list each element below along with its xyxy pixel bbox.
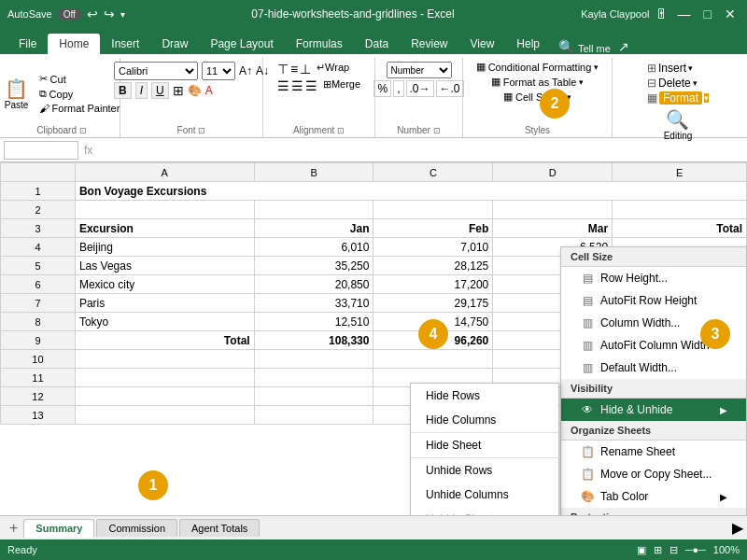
tab-data[interactable]: Data [354, 34, 400, 54]
tab-insert[interactable]: Insert [100, 34, 150, 54]
tell-me-input[interactable]: Tell me [578, 43, 611, 54]
border-button[interactable]: ⊞ [173, 83, 184, 98]
dropdown-arrow[interactable]: ▾ [120, 9, 125, 20]
tab-formulas[interactable]: Formulas [285, 34, 354, 54]
unhide-columns-item[interactable]: Unhide Columns [411, 483, 558, 507]
minimize-btn[interactable]: — [674, 7, 695, 21]
undo-icon[interactable]: ↩ [87, 7, 98, 21]
ribbon-icon[interactable]: 🎚 [655, 7, 669, 21]
hide-unhide-item[interactable]: 👁 Hide & Unhide ▶ [561, 399, 746, 421]
cell-a10[interactable] [75, 350, 254, 369]
cell-b13[interactable] [254, 406, 374, 425]
cell-b10[interactable] [254, 350, 374, 369]
decrease-decimal-button[interactable]: ←.0 [436, 80, 464, 97]
tab-review[interactable]: Review [400, 34, 458, 54]
copy-button[interactable]: ⧉ Copy [35, 87, 124, 101]
cell-c4[interactable]: 7,010 [374, 238, 493, 257]
formula-input[interactable] [98, 144, 743, 157]
align-right-button[interactable]: ☰ [305, 78, 317, 93]
insert-dropdown-arrow[interactable]: ▾ [688, 63, 693, 73]
cell-c5[interactable]: 28,125 [374, 257, 493, 275]
align-left-button[interactable]: ☰ [277, 78, 289, 93]
close-btn[interactable]: ✕ [721, 7, 740, 21]
search-icon[interactable]: 🔍 [558, 39, 574, 54]
move-copy-sheet-item[interactable]: 📋 Move or Copy Sheet... [561, 463, 746, 485]
clipboard-expand[interactable]: ⊡ [79, 126, 87, 135]
font-size-select[interactable]: 11 [202, 62, 235, 80]
cell-a1[interactable]: Bon Voyage Excursions [75, 182, 746, 201]
cell-a8[interactable]: Tokyo [75, 313, 254, 331]
view-page-layout-icon[interactable]: ⊞ [654, 544, 662, 556]
cell-e3[interactable]: Total [613, 219, 747, 238]
cell-a7[interactable]: Paris [75, 294, 254, 313]
tab-view[interactable]: View [459, 34, 506, 54]
cell-a12[interactable] [75, 387, 254, 406]
delete-button[interactable]: Delete [658, 77, 691, 90]
cell-a3[interactable]: Excursion [75, 219, 254, 238]
cut-button[interactable]: ✂ Cut [35, 72, 124, 86]
paste-button[interactable]: 📋 Paste [0, 76, 34, 112]
font-expand[interactable]: ⊡ [198, 126, 205, 135]
cell-a13[interactable] [75, 406, 254, 425]
cell-c7[interactable]: 29,175 [374, 294, 493, 313]
cell-b2[interactable] [254, 201, 374, 219]
tab-agent-totals[interactable]: Agent Totals [179, 519, 260, 537]
col-header-c[interactable]: C [374, 163, 493, 182]
fill-color-button[interactable]: 🎨 [188, 84, 202, 97]
bold-button[interactable]: B [114, 82, 132, 99]
cell-e2[interactable] [613, 201, 747, 219]
col-header-e[interactable]: E [613, 163, 747, 182]
cell-c2[interactable] [374, 201, 493, 219]
autosave-toggle[interactable]: Off [58, 8, 81, 21]
alignment-expand[interactable]: ⊡ [337, 126, 345, 135]
tab-draw[interactable]: Draw [150, 34, 199, 54]
font-color-button[interactable]: A [205, 84, 213, 97]
font-size-increase[interactable]: A↑ [239, 64, 252, 77]
cell-a9[interactable]: Total [75, 331, 254, 350]
cell-a6[interactable]: Mexico city [75, 275, 254, 294]
format-as-table-button[interactable]: ▦ Format as Table ▾ [487, 75, 588, 89]
percent-button[interactable]: % [374, 80, 391, 97]
cell-b9[interactable]: 108,330 [254, 331, 374, 350]
italic-button[interactable]: I [135, 82, 148, 99]
row-height-item[interactable]: ▤ Row Height... [561, 267, 746, 289]
col-header-a[interactable]: A [75, 163, 254, 182]
hide-rows-item[interactable]: Hide Rows [411, 384, 558, 408]
hide-columns-item[interactable]: Hide Columns [411, 408, 558, 432]
cell-a5[interactable]: Las Vegas [75, 257, 254, 275]
cell-c3[interactable]: Feb [374, 219, 493, 238]
maximize-btn[interactable]: □ [700, 7, 715, 21]
align-middle-button[interactable]: ≡ [290, 62, 298, 77]
number-expand[interactable]: ⊡ [433, 126, 441, 135]
tab-home[interactable]: Home [48, 34, 100, 54]
format-button[interactable]: Format [659, 91, 702, 105]
cell-c10[interactable] [374, 350, 493, 369]
cell-c6[interactable]: 17,200 [374, 275, 493, 294]
tab-commission[interactable]: Commission [96, 519, 177, 537]
cell-b4[interactable]: 6,010 [254, 238, 374, 257]
col-header-b[interactable]: B [254, 163, 374, 182]
scroll-tabs-right[interactable]: ▶ [732, 519, 743, 537]
cell-b12[interactable] [254, 387, 374, 406]
cell-a2[interactable] [75, 201, 254, 219]
format-painter-button[interactable]: 🖌 Format Painter [35, 102, 124, 115]
view-page-break-icon[interactable]: ⊟ [669, 544, 678, 556]
insert-button[interactable]: Insert [658, 62, 686, 75]
cell-a4[interactable]: Beijing [75, 238, 254, 257]
cell-b11[interactable] [254, 369, 374, 387]
cell-d2[interactable] [493, 201, 613, 219]
share-icon[interactable]: ↗ [618, 39, 629, 54]
rename-sheet-item[interactable]: 📋 Rename Sheet [561, 441, 746, 463]
tab-page-layout[interactable]: Page Layout [199, 34, 284, 54]
underline-button[interactable]: U [151, 82, 169, 99]
autofit-row-item[interactable]: ▤ AutoFit Row Height [561, 289, 746, 312]
unhide-rows-item[interactable]: Unhide Rows [411, 457, 558, 483]
conditional-formatting-button[interactable]: ▦ Conditional Formatting ▾ [472, 60, 603, 74]
font-family-select[interactable]: Calibri [114, 62, 198, 80]
wrap-text-button[interactable]: ↵Wrap [317, 62, 349, 77]
format-dropdown-arrow[interactable]: ▾ [704, 93, 709, 103]
cell-a11[interactable] [75, 369, 254, 387]
increase-decimal-button[interactable]: .0→ [406, 80, 434, 97]
add-sheet-button[interactable]: + [4, 520, 23, 537]
tab-help[interactable]: Help [505, 34, 551, 54]
